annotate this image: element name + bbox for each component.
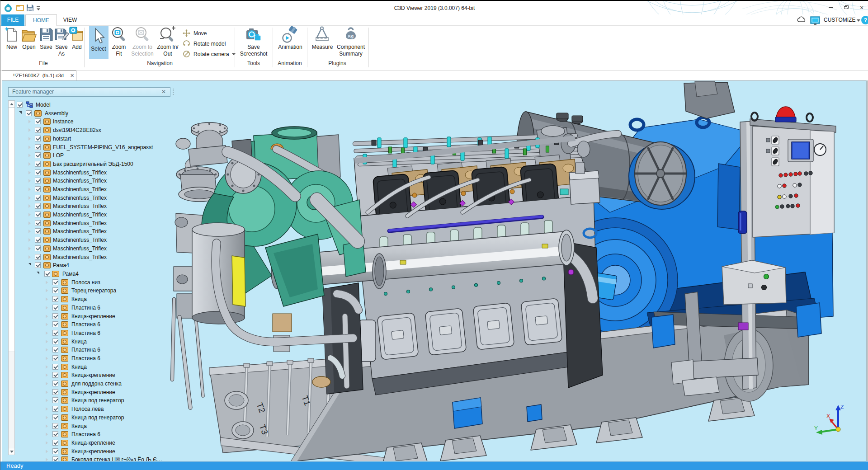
- svg-text:Kg: Kg: [348, 34, 354, 38]
- svg-text:Y: Y: [814, 425, 818, 432]
- svg-text:Z: Z: [840, 404, 844, 410]
- svg-text:X: X: [826, 413, 830, 419]
